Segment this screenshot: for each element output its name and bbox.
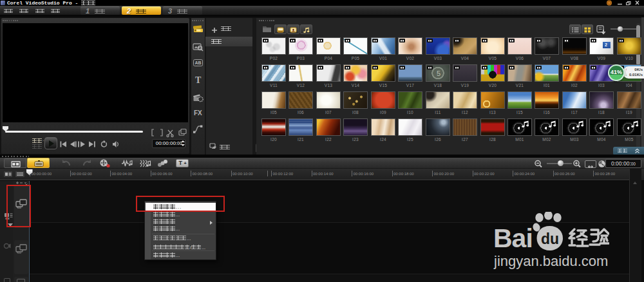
svg-text:du: du: [541, 230, 559, 247]
